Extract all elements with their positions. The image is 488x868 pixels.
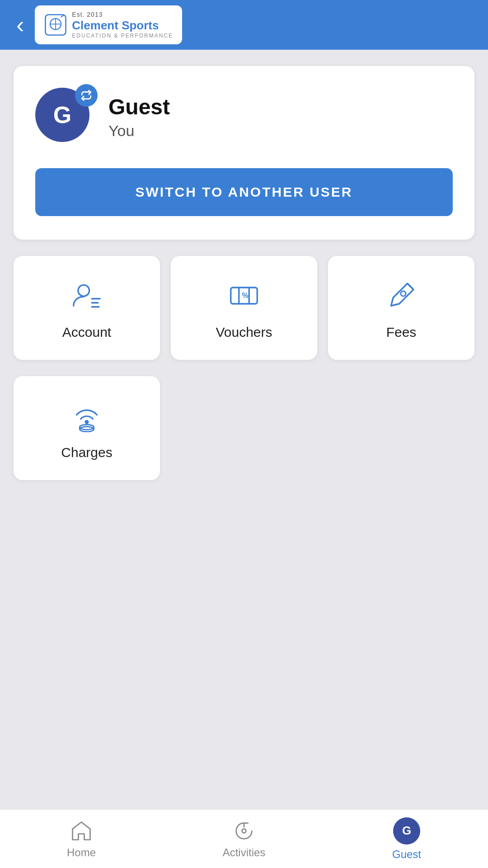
main-content: G Guest You SWITCH TO ANOTHER USER	[0, 50, 488, 496]
nav-activities[interactable]: Activities	[163, 810, 325, 868]
avatar-wrapper: G	[35, 88, 94, 146]
back-button[interactable]: ‹	[16, 13, 24, 37]
bottom-nav: Home Activities G Guest	[0, 809, 488, 868]
fees-label: Fees	[386, 325, 417, 340]
logo-sub: EDUCATION & PERFORMANCE	[72, 33, 173, 39]
switch-user-button[interactable]: SWITCH TO ANOTHER USER	[35, 168, 453, 216]
profile-top: G Guest You	[35, 88, 453, 146]
vouchers-tile[interactable]: % Vouchers	[171, 256, 317, 360]
logo-icon	[44, 13, 67, 37]
fees-tile[interactable]: Fees	[328, 256, 474, 360]
logo-est: Est. 2013	[72, 11, 173, 19]
charges-label: Charges	[61, 445, 112, 460]
menu-grid: Account % Vouchers Fees	[14, 256, 474, 360]
logo: Est. 2013 Clement Sports EDUCATION & PER…	[35, 5, 182, 44]
vouchers-label: Vouchers	[216, 325, 272, 340]
profile-name: Guest	[108, 94, 170, 119]
home-icon	[70, 819, 93, 843]
nav-home-label: Home	[67, 846, 96, 859]
fees-icon	[385, 279, 418, 312]
nav-avatar: G	[393, 817, 420, 844]
nav-home[interactable]: Home	[0, 810, 163, 868]
profile-subtitle: You	[108, 122, 170, 140]
nav-guest-label: Guest	[392, 848, 421, 861]
charges-tile[interactable]: Charges	[14, 376, 160, 480]
switch-user-icon[interactable]	[75, 84, 98, 107]
nav-activities-label: Activities	[223, 846, 266, 859]
svg-text:%: %	[242, 292, 249, 299]
account-label: Account	[62, 325, 111, 340]
activities-icon	[232, 819, 256, 843]
charges-icon	[70, 400, 103, 432]
svg-point-4	[78, 285, 89, 296]
profile-card: G Guest You SWITCH TO ANOTHER USER	[14, 66, 474, 240]
svg-point-18	[242, 829, 246, 833]
svg-line-13	[408, 283, 414, 290]
svg-point-12	[401, 291, 406, 296]
menu-grid-bottom: Charges	[14, 376, 474, 480]
logo-name: Clement Sports	[72, 19, 173, 33]
nav-guest[interactable]: G Guest	[325, 810, 488, 868]
vouchers-icon: %	[228, 279, 260, 312]
account-icon	[70, 279, 103, 312]
profile-info: Guest You	[108, 94, 170, 140]
app-header: ‹ Est. 2013 Clement Sports EDUCATION & P…	[0, 0, 488, 50]
logo-text: Est. 2013 Clement Sports EDUCATION & PER…	[72, 11, 173, 39]
account-tile[interactable]: Account	[14, 256, 160, 360]
